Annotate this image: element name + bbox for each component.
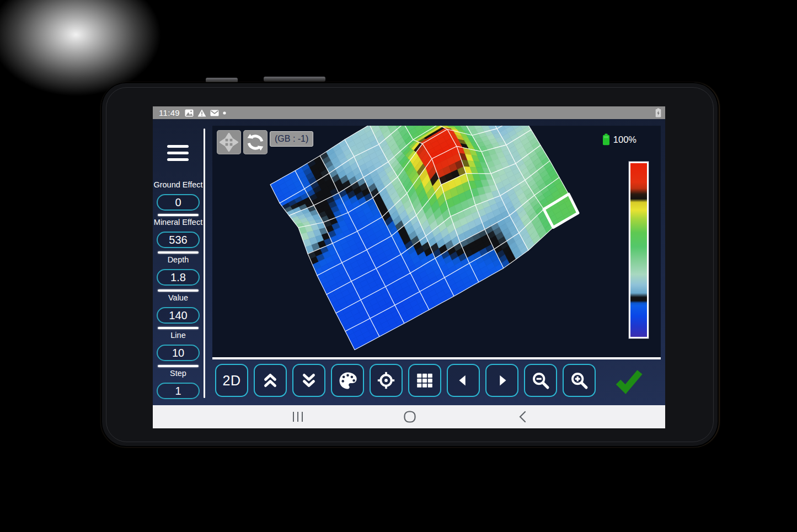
step-input[interactable]: 1 bbox=[157, 383, 200, 399]
screenshot-icon bbox=[185, 109, 194, 117]
surface-mesh[interactable] bbox=[212, 126, 661, 357]
field-label-ground-effect: Ground Effect bbox=[153, 180, 204, 189]
palette-button[interactable] bbox=[331, 364, 364, 397]
app-area: Ground Effect 0 Mineral Effect 536 Depth… bbox=[153, 119, 665, 405]
view-2d-button[interactable]: 2D bbox=[215, 364, 248, 397]
zoom-out-icon bbox=[531, 370, 550, 390]
back-icon bbox=[518, 410, 527, 423]
notification-dot-icon bbox=[223, 111, 226, 115]
mail-icon bbox=[210, 110, 219, 116]
line-input[interactable]: 10 bbox=[157, 345, 200, 361]
back-button[interactable] bbox=[506, 405, 539, 428]
double-chevron-down-icon bbox=[299, 371, 318, 390]
target-icon bbox=[376, 370, 396, 390]
lower-down-button[interactable] bbox=[292, 364, 325, 397]
mineral-effect-input[interactable]: 536 bbox=[157, 232, 200, 248]
home-button[interactable] bbox=[393, 405, 426, 428]
move-icon bbox=[220, 133, 238, 152]
battery-percent-label: 100% bbox=[613, 135, 636, 145]
double-chevron-up-icon bbox=[261, 371, 280, 390]
field-label-step: Step bbox=[153, 369, 204, 378]
recents-button[interactable] bbox=[281, 405, 314, 428]
status-time: 11:49 bbox=[159, 108, 180, 117]
field-label-line: Line bbox=[153, 331, 204, 340]
raise-up-button[interactable] bbox=[254, 364, 287, 397]
home-icon bbox=[403, 410, 416, 423]
grid-button[interactable] bbox=[408, 364, 441, 397]
triangle-right-icon bbox=[494, 372, 510, 389]
view-2d-label: 2D bbox=[223, 373, 241, 389]
divider bbox=[158, 251, 199, 254]
zoom-in-icon bbox=[569, 370, 589, 390]
divider bbox=[158, 214, 199, 216]
field-label-depth: Depth bbox=[153, 255, 204, 264]
move-tool-button[interactable] bbox=[217, 130, 241, 154]
triangle-left-icon bbox=[455, 372, 472, 389]
zoom-in-button[interactable] bbox=[563, 364, 596, 397]
grid-icon bbox=[415, 371, 434, 390]
zoom-out-button[interactable] bbox=[524, 364, 557, 397]
status-battery-charging-icon bbox=[655, 108, 661, 120]
target-button[interactable] bbox=[370, 364, 403, 397]
refresh-icon bbox=[245, 132, 265, 152]
sidebar-separator bbox=[204, 128, 205, 398]
divider bbox=[158, 327, 199, 329]
ground-effect-input[interactable]: 0 bbox=[157, 194, 200, 211]
divider bbox=[158, 289, 199, 292]
confirm-button[interactable] bbox=[613, 366, 644, 395]
depth-input[interactable]: 1.8 bbox=[157, 269, 200, 286]
volume-button bbox=[264, 77, 325, 82]
field-label-mineral-effect: Mineral Effect bbox=[153, 218, 204, 227]
product-photo-stage: { "status_bar": { "time": "11:49", "icon… bbox=[0, 0, 797, 532]
app-battery-indicator: 100% bbox=[602, 133, 636, 146]
palette-icon bbox=[338, 370, 358, 391]
value-input[interactable]: 140 bbox=[157, 307, 200, 324]
android-status-bar: 11:49 bbox=[153, 106, 665, 119]
scan-3d-view[interactable]: (GB : -1) 100% bbox=[212, 126, 661, 359]
ground-balance-chip: (GB : -1) bbox=[270, 131, 313, 147]
screen: 11:49 bbox=[153, 106, 665, 428]
next-button[interactable] bbox=[485, 364, 518, 397]
field-label-value: Value bbox=[153, 293, 204, 302]
color-scale-bar bbox=[629, 162, 649, 338]
hamburger-menu-button[interactable] bbox=[167, 145, 189, 161]
divider bbox=[158, 365, 199, 367]
recents-icon bbox=[291, 411, 304, 422]
warning-icon bbox=[197, 109, 206, 117]
android-nav-bar bbox=[153, 405, 665, 428]
prev-button[interactable] bbox=[447, 364, 480, 397]
tablet-device: 11:49 bbox=[101, 82, 719, 447]
refresh-rotate-button[interactable] bbox=[243, 130, 268, 154]
battery-icon bbox=[602, 133, 610, 146]
check-icon bbox=[613, 366, 644, 395]
